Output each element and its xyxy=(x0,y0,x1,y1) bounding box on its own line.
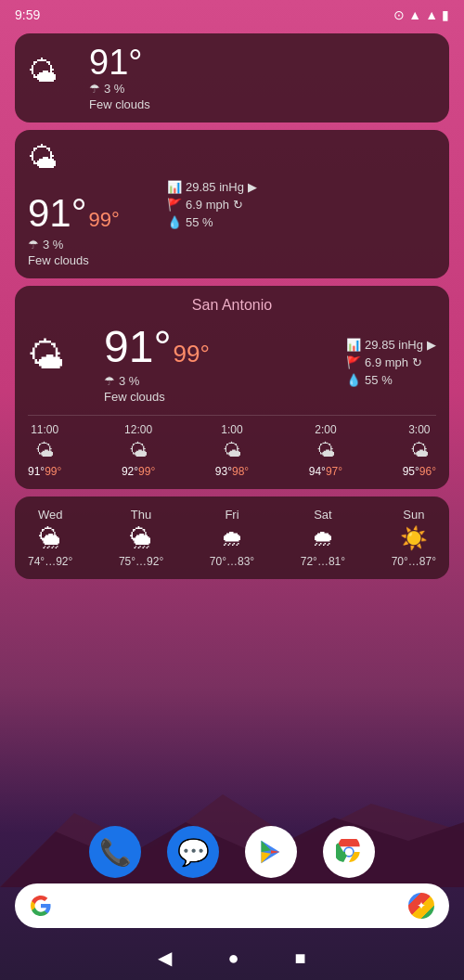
wind-flag-icon: 🚩 xyxy=(167,198,182,212)
humidity-medium: 55 % xyxy=(186,215,213,229)
status-time: 9:59 xyxy=(15,7,40,22)
humidity-large: 55 % xyxy=(365,373,393,387)
temp-main-medium: 91° xyxy=(28,191,87,236)
hourly-forecast: 11:00 🌤 91°99° 12:00 🌤 92°99° 1:00 🌤 93°… xyxy=(28,415,436,478)
humidity-icon-2: 💧 xyxy=(346,373,361,387)
pressure-arrow-icon-2: ▶ xyxy=(427,338,436,352)
day-item-sat: Sat 🌧 72°…81° xyxy=(301,508,345,568)
pressure-medium: 29.85 inHg xyxy=(186,180,244,194)
condition-medium: Few clouds xyxy=(28,253,89,267)
umbrella-icon-2: ☂ xyxy=(28,238,39,251)
sun-icon-large: 🌤 xyxy=(28,335,65,377)
condition-small: Few clouds xyxy=(89,97,150,111)
temp-hi-large: 99° xyxy=(174,340,210,368)
day-item-wed: Wed 🌦 74°…92° xyxy=(28,508,72,568)
nav-bar: ◀ ● ■ xyxy=(0,935,464,980)
google-search-bar[interactable]: ✦ xyxy=(15,883,449,928)
temp-small: 91° xyxy=(89,45,150,80)
weather-widget-medium[interactable]: 🌤 91° 99° ☂ 3 % Few clouds 📊 29.85 inHg … xyxy=(15,130,449,278)
pressure-large: 29.85 inHg xyxy=(365,338,423,352)
weather-icon-small: 🌤 xyxy=(28,55,80,101)
pressure-bars-icon-2: 📊 xyxy=(346,338,361,352)
wind-rotate-icon-2: ↻ xyxy=(412,355,422,369)
play-store-svg xyxy=(258,839,284,865)
umbrella-icon-1: ☂ xyxy=(89,82,100,96)
wind-rotate-icon: ↻ xyxy=(233,198,243,212)
circle-icon: ⊙ xyxy=(393,7,405,22)
wind-large: 6.9 mph xyxy=(365,355,408,369)
day-item-thu: Thu 🌦 75°…92° xyxy=(119,508,163,568)
temp-main-large: 91° xyxy=(104,321,172,372)
day-item-fri: Fri 🌧 70°…83° xyxy=(210,508,254,568)
status-icons: ⊙ ▲ ▲ ▮ xyxy=(393,7,449,22)
condition-large: Few clouds xyxy=(104,390,210,404)
back-button[interactable]: ◀ xyxy=(158,947,172,969)
hour-item-3: 2:00 🌤 94°97° xyxy=(309,423,342,478)
google-assistant-icon[interactable]: ✦ xyxy=(408,893,434,919)
umbrella-icon-3: ☂ xyxy=(104,374,115,388)
play-store-app-icon[interactable] xyxy=(245,826,297,878)
home-button[interactable]: ● xyxy=(227,948,238,969)
wind-medium: 6.9 mph xyxy=(186,198,229,212)
rain-pct-large: 3 % xyxy=(119,374,139,388)
temp-hi-medium: 99° xyxy=(89,208,120,232)
weather-widget-small[interactable]: 🌤 91° ☂ 3 % Few clouds xyxy=(15,33,449,122)
status-bar: 9:59 ⊙ ▲ ▲ ▮ xyxy=(0,0,464,26)
weather-icon-large: 🌤 xyxy=(28,335,93,391)
sun-icon-medium: 🌤 xyxy=(28,141,58,175)
messages-app-icon[interactable]: 💬 xyxy=(167,826,219,878)
rain-pct-small: 3 % xyxy=(104,82,124,96)
humidity-icon: 💧 xyxy=(167,215,182,229)
rain-pct-medium: 3 % xyxy=(43,238,63,251)
app-dock: 📞 💬 xyxy=(0,826,464,878)
weather-widget-weekly[interactable]: Wed 🌦 74°…92° Thu 🌦 75°…92° Fri 🌧 70°…83… xyxy=(15,496,449,579)
pressure-bars-icon: 📊 xyxy=(167,180,182,194)
recents-button[interactable]: ■ xyxy=(295,948,306,969)
sun-icon-small: 🌤 xyxy=(28,55,58,89)
pressure-arrow-icon: ▶ xyxy=(248,180,257,194)
weekly-forecast: Wed 🌦 74°…92° Thu 🌦 75°…92° Fri 🌧 70°…83… xyxy=(28,508,436,568)
hour-item-1: 12:00 🌤 92°99° xyxy=(122,423,155,478)
hour-item-0: 11:00 🌤 91°99° xyxy=(28,423,61,478)
wifi-icon: ▲ xyxy=(408,7,421,22)
day-item-sun: Sun ☀️ 70°…87° xyxy=(392,508,436,568)
phone-app-icon[interactable]: 📞 xyxy=(89,826,141,878)
chrome-app-icon[interactable] xyxy=(323,826,375,878)
hour-item-4: 3:00 🌤 95°96° xyxy=(403,423,436,478)
weather-widget-large[interactable]: San Antonio 🌤 91° 99° ☂ 3 % Few clouds xyxy=(15,286,449,489)
city-name: San Antonio xyxy=(28,297,436,314)
hour-item-2: 1:00 🌤 93°98° xyxy=(215,423,249,478)
chrome-svg xyxy=(336,839,362,865)
svg-point-3 xyxy=(345,848,353,856)
wind-flag-icon-2: 🚩 xyxy=(346,355,361,369)
signal-icon: ▲ xyxy=(425,7,438,22)
google-logo xyxy=(30,895,52,917)
battery-icon: ▮ xyxy=(442,7,449,22)
